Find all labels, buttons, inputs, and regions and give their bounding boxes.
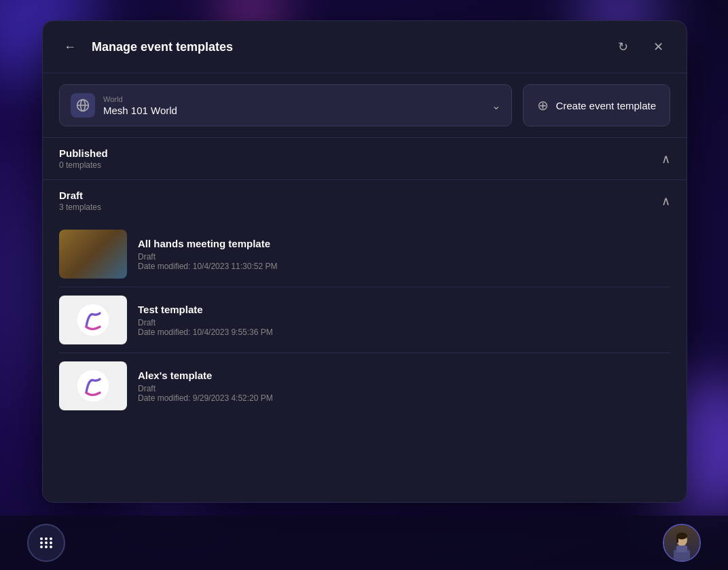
template-status-1: Draft (138, 252, 670, 262)
svg-rect-16 (676, 546, 687, 552)
published-section-title: Published (59, 147, 108, 159)
close-button[interactable]: ✕ (646, 35, 670, 59)
draft-section-count: 3 templates (59, 202, 101, 212)
mesh-thumbnail (59, 230, 127, 279)
template-item: Test template Draft Date modified: 10/4/… (59, 287, 670, 353)
create-icon: ⊕ (537, 97, 549, 113)
template-thumbnail-3 (59, 361, 127, 410)
svg-point-12 (45, 546, 48, 548)
draft-section-info: Draft 3 templates (59, 190, 101, 212)
avatar-button[interactable] (663, 524, 701, 562)
template-info-1: All hands meeting template Draft Date mo… (138, 238, 670, 271)
world-selector[interactable]: World Mesh 101 World ⌄ (59, 84, 512, 126)
app-menu-button[interactable] (27, 524, 65, 562)
svg-point-4 (77, 370, 109, 402)
template-item: Alex's template Draft Date modified: 9/2… (59, 353, 670, 418)
bottom-bar (0, 516, 728, 570)
chevron-down-icon: ⌄ (492, 99, 500, 112)
template-date-1: Date modified: 10/4/2023 11:30:52 PM (138, 262, 670, 271)
svg-point-8 (40, 537, 43, 540)
draft-section: Draft 3 templates ∧ (43, 179, 687, 221)
world-name: Mesh 101 World (103, 105, 484, 116)
action-row: World Mesh 101 World ⌄ ⊕ Create event te… (43, 73, 687, 137)
template-info-3: Alex's template Draft Date modified: 9/2… (138, 370, 670, 403)
svg-point-9 (45, 537, 48, 540)
svg-point-10 (50, 537, 52, 540)
draft-section-title: Draft (59, 190, 101, 201)
published-section-header[interactable]: Published 0 templates ∧ (43, 138, 687, 179)
template-date-3: Date modified: 9/29/2023 4:52:20 PM (138, 393, 670, 403)
logo-thumbnail (59, 296, 127, 344)
template-name-1: All hands meeting template (138, 238, 670, 249)
template-status-3: Draft (138, 384, 670, 393)
svg-rect-18 (676, 536, 678, 543)
template-date-2: Date modified: 10/4/2023 9:55:36 PM (138, 327, 670, 337)
avatar-figure (664, 525, 699, 560)
svg-point-6 (45, 541, 48, 544)
template-info-2: Test template Draft Date modified: 10/4/… (138, 304, 670, 337)
template-thumbnail-2 (59, 296, 127, 344)
svg-point-3 (77, 304, 109, 336)
draft-collapse-icon: ∧ (661, 194, 670, 209)
template-item: All hands meeting template Draft Date mo… (59, 221, 670, 287)
create-event-template-button[interactable]: ⊕ Create event template (523, 84, 670, 126)
published-section-info: Published 0 templates (59, 147, 108, 170)
world-info: World Mesh 101 World (103, 95, 484, 116)
world-label: World (103, 95, 484, 103)
template-thumbnail-1 (59, 230, 127, 279)
published-collapse-icon: ∧ (661, 152, 670, 166)
template-name-3: Alex's template (138, 370, 670, 381)
refresh-button[interactable]: ↻ (611, 35, 635, 59)
template-status-2: Draft (138, 318, 670, 327)
dialog-header: ← Manage event templates ↻ ✕ (43, 21, 687, 73)
svg-point-7 (50, 541, 52, 544)
draft-section-header[interactable]: Draft 3 templates ∧ (43, 180, 687, 221)
template-list: All hands meeting template Draft Date mo… (43, 221, 687, 502)
published-section: Published 0 templates ∧ (43, 137, 687, 179)
manage-templates-dialog: ← Manage event templates ↻ ✕ World Mesh … (42, 20, 687, 503)
create-button-label: Create event template (556, 100, 656, 111)
logo-thumbnail-3 (59, 361, 127, 410)
template-name-2: Test template (138, 304, 670, 315)
svg-point-11 (40, 546, 43, 548)
svg-point-5 (40, 541, 43, 544)
world-icon (71, 93, 95, 118)
svg-point-13 (50, 546, 52, 548)
dialog-title: Manage event templates (92, 40, 600, 54)
back-button[interactable]: ← (59, 36, 81, 58)
published-section-count: 0 templates (59, 160, 108, 170)
